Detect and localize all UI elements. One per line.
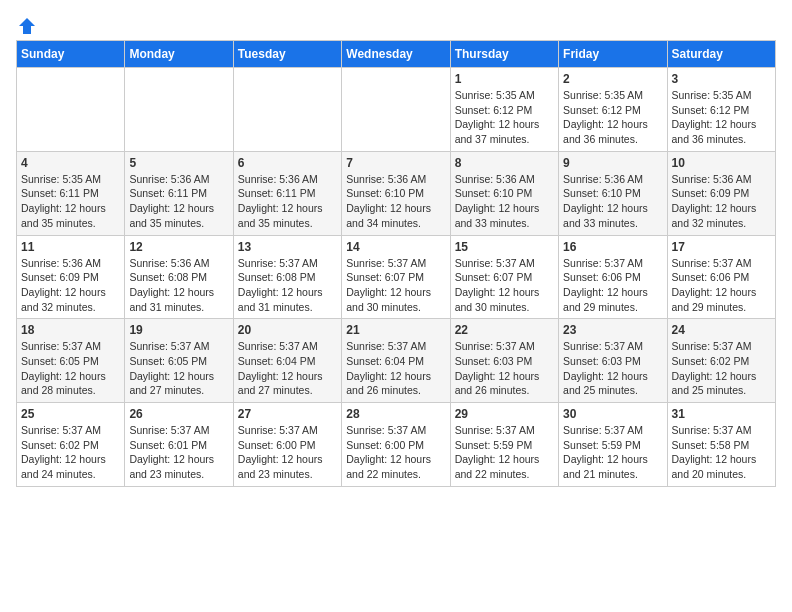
calendar-week-row: 18Sunrise: 5:37 AM Sunset: 6:05 PM Dayli… (17, 319, 776, 403)
weekday-header-saturday: Saturday (667, 41, 775, 68)
calendar-cell: 19Sunrise: 5:37 AM Sunset: 6:05 PM Dayli… (125, 319, 233, 403)
day-info: Sunrise: 5:36 AM Sunset: 6:10 PM Dayligh… (346, 172, 445, 231)
calendar-cell: 16Sunrise: 5:37 AM Sunset: 6:06 PM Dayli… (559, 235, 667, 319)
calendar-cell: 24Sunrise: 5:37 AM Sunset: 6:02 PM Dayli… (667, 319, 775, 403)
day-number: 13 (238, 240, 337, 254)
day-number: 4 (21, 156, 120, 170)
calendar-cell: 6Sunrise: 5:36 AM Sunset: 6:11 PM Daylig… (233, 151, 341, 235)
day-number: 30 (563, 407, 662, 421)
header (16, 16, 776, 32)
day-number: 10 (672, 156, 771, 170)
calendar-cell: 17Sunrise: 5:37 AM Sunset: 6:06 PM Dayli… (667, 235, 775, 319)
day-number: 14 (346, 240, 445, 254)
day-number: 9 (563, 156, 662, 170)
day-number: 29 (455, 407, 554, 421)
day-number: 5 (129, 156, 228, 170)
weekday-header-tuesday: Tuesday (233, 41, 341, 68)
day-info: Sunrise: 5:36 AM Sunset: 6:10 PM Dayligh… (563, 172, 662, 231)
weekday-header-thursday: Thursday (450, 41, 558, 68)
day-info: Sunrise: 5:36 AM Sunset: 6:09 PM Dayligh… (21, 256, 120, 315)
calendar-cell: 21Sunrise: 5:37 AM Sunset: 6:04 PM Dayli… (342, 319, 450, 403)
day-info: Sunrise: 5:35 AM Sunset: 6:12 PM Dayligh… (563, 88, 662, 147)
day-info: Sunrise: 5:37 AM Sunset: 6:04 PM Dayligh… (346, 339, 445, 398)
calendar-week-row: 25Sunrise: 5:37 AM Sunset: 6:02 PM Dayli… (17, 403, 776, 487)
calendar-cell: 26Sunrise: 5:37 AM Sunset: 6:01 PM Dayli… (125, 403, 233, 487)
day-info: Sunrise: 5:35 AM Sunset: 6:11 PM Dayligh… (21, 172, 120, 231)
calendar-cell: 9Sunrise: 5:36 AM Sunset: 6:10 PM Daylig… (559, 151, 667, 235)
day-number: 22 (455, 323, 554, 337)
calendar-cell: 20Sunrise: 5:37 AM Sunset: 6:04 PM Dayli… (233, 319, 341, 403)
day-number: 2 (563, 72, 662, 86)
calendar-cell: 12Sunrise: 5:36 AM Sunset: 6:08 PM Dayli… (125, 235, 233, 319)
calendar-cell: 15Sunrise: 5:37 AM Sunset: 6:07 PM Dayli… (450, 235, 558, 319)
day-info: Sunrise: 5:36 AM Sunset: 6:11 PM Dayligh… (238, 172, 337, 231)
calendar-week-row: 11Sunrise: 5:36 AM Sunset: 6:09 PM Dayli… (17, 235, 776, 319)
calendar-cell: 14Sunrise: 5:37 AM Sunset: 6:07 PM Dayli… (342, 235, 450, 319)
weekday-header-friday: Friday (559, 41, 667, 68)
day-number: 3 (672, 72, 771, 86)
weekday-header-wednesday: Wednesday (342, 41, 450, 68)
calendar-cell: 1Sunrise: 5:35 AM Sunset: 6:12 PM Daylig… (450, 68, 558, 152)
day-info: Sunrise: 5:37 AM Sunset: 6:05 PM Dayligh… (21, 339, 120, 398)
day-number: 20 (238, 323, 337, 337)
day-info: Sunrise: 5:37 AM Sunset: 6:06 PM Dayligh… (563, 256, 662, 315)
day-number: 19 (129, 323, 228, 337)
day-info: Sunrise: 5:37 AM Sunset: 6:03 PM Dayligh… (563, 339, 662, 398)
calendar-cell (233, 68, 341, 152)
day-number: 18 (21, 323, 120, 337)
day-number: 24 (672, 323, 771, 337)
weekday-header-sunday: Sunday (17, 41, 125, 68)
calendar-cell: 22Sunrise: 5:37 AM Sunset: 6:03 PM Dayli… (450, 319, 558, 403)
calendar-cell (125, 68, 233, 152)
calendar-week-row: 4Sunrise: 5:35 AM Sunset: 6:11 PM Daylig… (17, 151, 776, 235)
day-info: Sunrise: 5:37 AM Sunset: 5:59 PM Dayligh… (563, 423, 662, 482)
day-number: 31 (672, 407, 771, 421)
calendar-cell: 31Sunrise: 5:37 AM Sunset: 5:58 PM Dayli… (667, 403, 775, 487)
calendar-cell: 11Sunrise: 5:36 AM Sunset: 6:09 PM Dayli… (17, 235, 125, 319)
svg-marker-0 (19, 18, 35, 34)
day-number: 28 (346, 407, 445, 421)
day-number: 8 (455, 156, 554, 170)
calendar-header-row: SundayMondayTuesdayWednesdayThursdayFrid… (17, 41, 776, 68)
calendar-cell: 18Sunrise: 5:37 AM Sunset: 6:05 PM Dayli… (17, 319, 125, 403)
logo (16, 16, 38, 32)
day-info: Sunrise: 5:37 AM Sunset: 6:07 PM Dayligh… (455, 256, 554, 315)
day-number: 16 (563, 240, 662, 254)
day-number: 27 (238, 407, 337, 421)
weekday-header-monday: Monday (125, 41, 233, 68)
calendar-cell: 4Sunrise: 5:35 AM Sunset: 6:11 PM Daylig… (17, 151, 125, 235)
calendar-cell: 5Sunrise: 5:36 AM Sunset: 6:11 PM Daylig… (125, 151, 233, 235)
day-info: Sunrise: 5:36 AM Sunset: 6:11 PM Dayligh… (129, 172, 228, 231)
day-info: Sunrise: 5:37 AM Sunset: 6:04 PM Dayligh… (238, 339, 337, 398)
calendar-cell: 10Sunrise: 5:36 AM Sunset: 6:09 PM Dayli… (667, 151, 775, 235)
day-number: 25 (21, 407, 120, 421)
day-info: Sunrise: 5:36 AM Sunset: 6:09 PM Dayligh… (672, 172, 771, 231)
calendar-cell: 29Sunrise: 5:37 AM Sunset: 5:59 PM Dayli… (450, 403, 558, 487)
day-info: Sunrise: 5:37 AM Sunset: 5:59 PM Dayligh… (455, 423, 554, 482)
day-number: 11 (21, 240, 120, 254)
calendar-cell: 13Sunrise: 5:37 AM Sunset: 6:08 PM Dayli… (233, 235, 341, 319)
day-info: Sunrise: 5:37 AM Sunset: 6:03 PM Dayligh… (455, 339, 554, 398)
day-info: Sunrise: 5:37 AM Sunset: 6:00 PM Dayligh… (238, 423, 337, 482)
day-number: 7 (346, 156, 445, 170)
day-info: Sunrise: 5:37 AM Sunset: 6:05 PM Dayligh… (129, 339, 228, 398)
day-number: 17 (672, 240, 771, 254)
calendar-cell: 28Sunrise: 5:37 AM Sunset: 6:00 PM Dayli… (342, 403, 450, 487)
day-info: Sunrise: 5:35 AM Sunset: 6:12 PM Dayligh… (672, 88, 771, 147)
calendar-cell (342, 68, 450, 152)
day-info: Sunrise: 5:35 AM Sunset: 6:12 PM Dayligh… (455, 88, 554, 147)
day-info: Sunrise: 5:37 AM Sunset: 5:58 PM Dayligh… (672, 423, 771, 482)
calendar-cell: 8Sunrise: 5:36 AM Sunset: 6:10 PM Daylig… (450, 151, 558, 235)
calendar-cell: 30Sunrise: 5:37 AM Sunset: 5:59 PM Dayli… (559, 403, 667, 487)
day-number: 21 (346, 323, 445, 337)
calendar-week-row: 1Sunrise: 5:35 AM Sunset: 6:12 PM Daylig… (17, 68, 776, 152)
calendar-table: SundayMondayTuesdayWednesdayThursdayFrid… (16, 40, 776, 487)
day-info: Sunrise: 5:37 AM Sunset: 6:00 PM Dayligh… (346, 423, 445, 482)
day-number: 12 (129, 240, 228, 254)
day-number: 1 (455, 72, 554, 86)
day-number: 6 (238, 156, 337, 170)
calendar-cell: 27Sunrise: 5:37 AM Sunset: 6:00 PM Dayli… (233, 403, 341, 487)
day-info: Sunrise: 5:37 AM Sunset: 6:01 PM Dayligh… (129, 423, 228, 482)
calendar-cell: 3Sunrise: 5:35 AM Sunset: 6:12 PM Daylig… (667, 68, 775, 152)
calendar-cell: 2Sunrise: 5:35 AM Sunset: 6:12 PM Daylig… (559, 68, 667, 152)
